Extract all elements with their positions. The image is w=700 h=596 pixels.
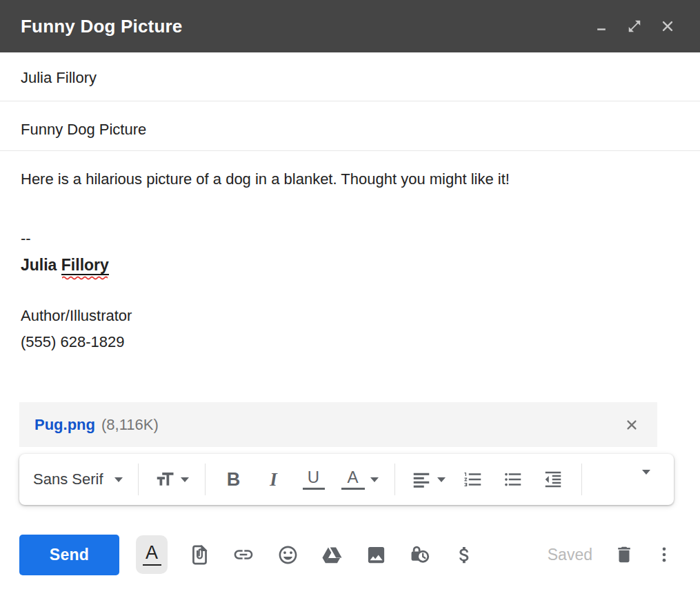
underline-icon: U (308, 469, 319, 486)
toolbar-divider (138, 464, 139, 495)
signature-first-name: Julia (21, 256, 57, 274)
confidential-mode-icon (409, 544, 432, 566)
chevron-down-icon (437, 477, 446, 482)
expand-icon (627, 19, 642, 34)
more-options-button[interactable] (653, 535, 675, 574)
attachment-size: (8,116K) (101, 416, 159, 434)
text-color-dropdown[interactable]: A (339, 461, 381, 498)
signature-dashes: -- (21, 226, 679, 252)
insert-photo-button[interactable] (361, 535, 390, 574)
chevron-down-icon (642, 470, 650, 485)
insert-link-button[interactable] (229, 535, 258, 574)
chevron-down-icon (114, 477, 123, 482)
attachment-chip: Pug.png (8,116K) (19, 402, 657, 447)
attach-file-button[interactable] (185, 535, 214, 574)
bulleted-list-button[interactable] (498, 461, 528, 498)
compose-status-group: Saved (548, 535, 675, 574)
subject-value: Funny Dog Picture (21, 121, 146, 139)
signature-role: Author/Illustrator (21, 303, 679, 329)
window-controls (590, 14, 679, 38)
remove-attachment-icon (625, 418, 639, 432)
close-icon (660, 19, 675, 34)
insert-link-icon (232, 544, 254, 566)
spellcheck-squiggle-icon (62, 276, 108, 280)
gmail-compose-window: Funny Dog Picture Julia Fillory Funny Do… (0, 0, 700, 596)
attachment-filename[interactable]: Pug.png (34, 416, 95, 434)
signature-name: Julia Fillory (21, 252, 679, 278)
formatting-toolbar: Sans Serif B I U A (19, 454, 674, 505)
toolbar-divider (205, 464, 206, 495)
font-family-label: Sans Serif (33, 470, 103, 488)
close-button[interactable] (656, 14, 679, 38)
insert-emoji-button[interactable] (273, 535, 302, 574)
google-drive-icon (321, 544, 343, 566)
bold-button[interactable]: B (219, 461, 249, 498)
italic-icon: I (270, 469, 277, 490)
signature-phone: (555) 628-1829 (21, 329, 679, 355)
insert-photo-icon (366, 544, 387, 566)
expand-button[interactable] (623, 14, 646, 38)
compose-action-bar: Send A Saved (0, 534, 700, 575)
signature-last-name: Fillory (61, 256, 109, 275)
compose-titlebar: Funny Dog Picture (0, 0, 700, 52)
more-formatting-button[interactable] (637, 469, 656, 490)
chevron-down-icon (370, 477, 379, 482)
recipient-value: Julia Fillory (21, 69, 97, 87)
insert-money-button[interactable] (450, 535, 479, 574)
message-text: Here is a hilarious picture of a dog in … (21, 166, 679, 192)
subject-field[interactable]: Funny Dog Picture (0, 101, 700, 151)
remove-attachment-button[interactable] (621, 415, 642, 435)
underline-button[interactable]: U (299, 461, 329, 498)
attach-file-icon (189, 544, 210, 566)
bulleted-list-icon (503, 469, 523, 490)
recipient-field[interactable]: Julia Fillory (0, 52, 700, 101)
italic-button[interactable]: I (259, 461, 289, 498)
minimize-button[interactable] (590, 14, 613, 38)
send-button[interactable]: Send (19, 535, 119, 575)
saved-status: Saved (548, 546, 592, 564)
message-body[interactable]: Here is a hilarious picture of a dog in … (0, 151, 700, 402)
font-family-dropdown[interactable]: Sans Serif (33, 470, 123, 488)
align-left-icon (411, 469, 432, 490)
more-options-icon (654, 545, 674, 564)
indent-less-button[interactable] (538, 461, 568, 498)
indent-less-icon (543, 469, 563, 490)
align-dropdown[interactable] (408, 461, 448, 498)
trash-icon (614, 544, 634, 565)
discard-draft-button[interactable] (610, 535, 638, 574)
compose-title: Funny Dog Picture (21, 16, 183, 37)
insert-emoji-icon (277, 544, 299, 566)
bold-icon: B (227, 469, 241, 490)
toolbar-divider (394, 464, 395, 495)
insert-money-icon (454, 544, 475, 566)
numbered-list-icon (463, 469, 483, 490)
formatting-a-icon: A (146, 544, 158, 562)
minimize-icon (594, 19, 608, 33)
text-color-icon: A (341, 469, 365, 490)
confidential-mode-button[interactable] (406, 535, 434, 574)
numbered-list-button[interactable] (458, 461, 488, 498)
text-size-dropdown[interactable] (152, 461, 192, 498)
google-drive-button[interactable] (317, 535, 346, 574)
text-size-icon (154, 469, 175, 490)
formatting-options-button[interactable]: A (136, 535, 168, 574)
toolbar-divider (581, 464, 582, 495)
chevron-down-icon (181, 477, 189, 482)
